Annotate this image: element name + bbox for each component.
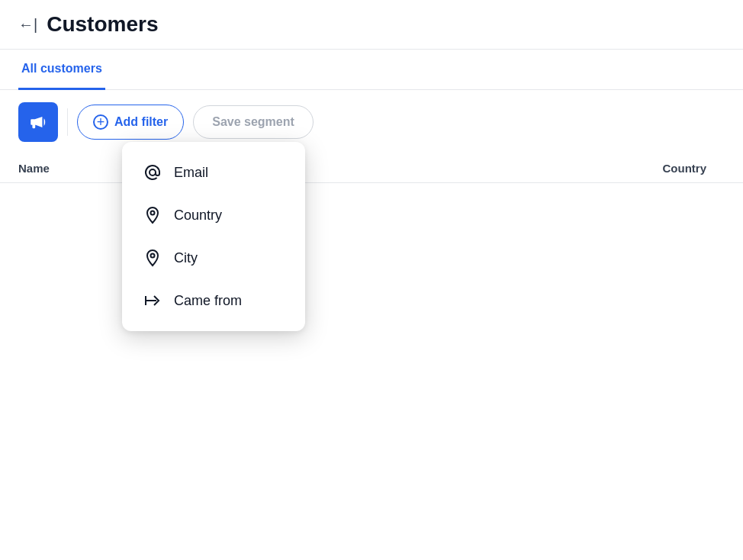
came-from-icon	[143, 291, 162, 310]
table-header: Name Country	[0, 154, 743, 183]
save-segment-button[interactable]: Save segment	[193, 105, 314, 139]
add-filter-label: Add filter	[114, 115, 168, 129]
svg-point-0	[150, 169, 156, 175]
location-city-icon	[143, 249, 162, 267]
filter-option-city[interactable]: City	[122, 237, 305, 279]
toolbar-divider	[67, 108, 68, 136]
filter-option-country[interactable]: Country	[122, 194, 305, 237]
back-icon[interactable]: ←|	[18, 17, 37, 32]
filter-option-city-label: City	[174, 250, 198, 266]
page-title: Customers	[47, 12, 158, 37]
filter-option-country-label: Country	[174, 208, 222, 224]
filter-option-came-from-label: Came from	[174, 293, 242, 309]
filter-option-email[interactable]: Email	[122, 151, 305, 194]
page-header: ←| Customers	[0, 0, 743, 50]
add-filter-icon: +	[93, 114, 108, 130]
location-country-icon	[143, 206, 162, 224]
filter-option-came-from[interactable]: Came from	[122, 279, 305, 322]
tabs-bar: All customers	[0, 50, 743, 90]
tab-all-customers[interactable]: All customers	[18, 50, 105, 90]
campaign-button[interactable]	[18, 102, 58, 142]
save-segment-label: Save segment	[212, 115, 294, 129]
svg-point-1	[151, 211, 155, 215]
column-name: Name	[18, 162, 50, 175]
at-icon	[143, 163, 162, 182]
toolbar: + Add filter Save segment Email Country	[0, 90, 743, 154]
column-country: Country	[663, 162, 707, 175]
filter-dropdown: Email Country City Came from	[122, 142, 305, 331]
filter-option-email-label: Email	[174, 165, 208, 181]
add-filter-button[interactable]: + Add filter	[77, 105, 184, 140]
megaphone-icon	[28, 112, 48, 132]
svg-point-2	[151, 254, 155, 258]
